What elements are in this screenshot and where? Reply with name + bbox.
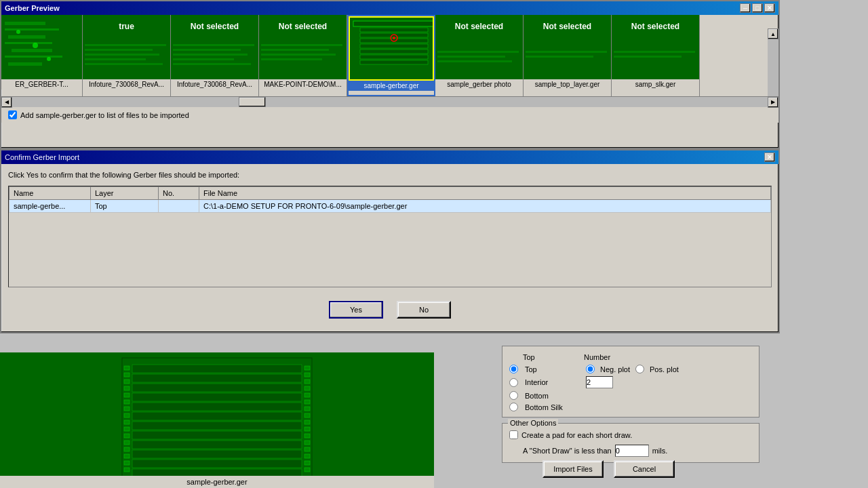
pcb-dots-7 (612, 47, 699, 80)
thumbnail-img-7: Not selected (612, 15, 699, 79)
layer-row-top: Top Neg. plot Pos. plot (509, 365, 752, 373)
thumbnail-img-2: Not selected (171, 15, 258, 79)
pcb-selected-circuit (350, 18, 433, 79)
svg-rect-36 (437, 56, 505, 58)
create-pad-checkbox[interactable] (509, 430, 518, 439)
svg-rect-30 (360, 49, 428, 54)
pcb-dots-3 (259, 41, 347, 79)
thumbnail-item-7[interactable]: Not selected samp_slk.ger (612, 15, 700, 96)
svg-rect-50 (132, 431, 302, 439)
add-to-import-label: Add sample-gerber.ger to list of files t… (20, 111, 189, 119)
preview-filename-text: sample-gerber.ger (186, 478, 247, 486)
svg-rect-31 (360, 55, 428, 59)
layer-interior-label: Interior (525, 378, 579, 386)
add-to-import-checkbox[interactable] (8, 110, 17, 119)
hscroll-right-button[interactable]: ▶ (768, 97, 778, 108)
layer-top-radio[interactable] (509, 365, 518, 373)
svg-rect-38 (526, 51, 607, 53)
thumbnail-item-3[interactable]: Not selected MAKE-POINT-DEMO\M... (259, 15, 347, 96)
other-options-title: Other Options (508, 419, 558, 427)
layer-row-interior: Interior (509, 376, 752, 388)
layer-bottom-label: Bottom (525, 392, 549, 400)
close-button[interactable]: ✕ (764, 3, 775, 13)
thumbnail-item-0[interactable]: ER_GERBER-T... (1, 15, 83, 96)
svg-rect-73 (304, 380, 310, 384)
thumbnail-label-7: samp_slk.ger (612, 79, 699, 89)
hscroll-track (12, 97, 768, 107)
large-preview-filename: sample-gerber.ger (0, 476, 434, 488)
interior-number-input[interactable] (586, 376, 613, 388)
svg-rect-43 (132, 365, 302, 373)
svg-rect-5 (5, 56, 62, 58)
vscroll-track (768, 39, 778, 96)
svg-rect-60 (124, 400, 130, 404)
pcb-circuit-0 (1, 15, 82, 79)
layer-col-number: Number (584, 353, 610, 361)
svg-rect-78 (304, 413, 310, 418)
short-draw-unit: mils. (652, 447, 668, 455)
svg-rect-26 (360, 28, 428, 32)
thumbnail-item-1[interactable]: true Infoture_730068_RevA... (83, 15, 171, 96)
short-draw-input[interactable] (615, 445, 649, 457)
layer-bottom-radio[interactable] (509, 391, 518, 400)
hscroll-left-button[interactable]: ◀ (1, 97, 12, 108)
import-files-button[interactable]: Import Files (542, 460, 604, 478)
restore-button[interactable]: □ (752, 3, 763, 13)
yes-button[interactable]: Yes (329, 301, 383, 319)
short-draw-label: A "Short Draw" is less than (523, 447, 612, 455)
neg-plot-label: Neg. plot (600, 365, 630, 373)
svg-rect-6 (8, 62, 42, 66)
neg-plot-radio[interactable] (586, 365, 595, 373)
minimize-button[interactable]: ─ (740, 3, 751, 13)
svg-rect-64 (124, 427, 130, 431)
neg-pos-options: Neg. plot Pos. plot (586, 365, 679, 373)
hscroll-thumb[interactable] (239, 97, 266, 107)
thumbnail-item-5[interactable]: Not selected sample_gerber photo (435, 15, 524, 96)
thumbnail-item-6[interactable]: Not selected sample_top_layer.ger (524, 15, 612, 96)
svg-rect-44 (132, 374, 302, 382)
layer-bottom-silk-radio[interactable] (509, 403, 518, 411)
other-options-panel: Other Options Create a pad for each shor… (502, 423, 760, 463)
svg-rect-23 (261, 58, 322, 60)
svg-rect-55 (124, 366, 130, 370)
short-draw-row: A "Short Draw" is less than mils. (509, 445, 752, 457)
table-row[interactable]: sample-gerbe... Top C:\1-a-DEMO SETUP FO… (9, 200, 771, 213)
svg-rect-58 (124, 386, 130, 390)
svg-rect-13 (85, 58, 146, 60)
svg-rect-22 (261, 54, 336, 56)
svg-rect-61 (124, 407, 130, 411)
svg-rect-63 (124, 420, 130, 424)
vscroll-up-button[interactable]: ▲ (768, 28, 778, 39)
thumbnail-item-4[interactable]: sample-gerber.ger (347, 15, 435, 96)
svg-rect-72 (304, 373, 310, 377)
thumbnail-item-2[interactable]: Not selected Infoture_730068_RevA... (171, 15, 259, 96)
bottom-action-buttons: Import Files Cancel (542, 460, 675, 478)
not-selected-text-6: Not selected (524, 18, 611, 35)
confirm-title: Confirm Gerber Import (5, 153, 79, 161)
svg-rect-59 (124, 393, 130, 397)
not-selected-text-1: true (83, 18, 170, 35)
no-button[interactable]: No (397, 301, 451, 319)
svg-point-9 (47, 57, 51, 61)
svg-rect-85 (304, 461, 310, 465)
cancel-button[interactable]: Cancel (614, 460, 675, 478)
svg-point-7 (16, 30, 20, 34)
svg-rect-74 (304, 386, 310, 390)
thumbnail-vscrollbar: ▲ ▼ (768, 28, 778, 96)
svg-rect-84 (304, 454, 310, 458)
gerber-preview-titlebar: Gerber Preview ─ □ ✕ (1, 1, 778, 15)
row-filename: C:\1-a-DEMO SETUP FOR PRONTO-6-09\sample… (199, 200, 771, 213)
svg-rect-76 (304, 400, 310, 404)
col-no: No. (159, 187, 199, 200)
layer-panel: Top Number Top Neg. plot Pos. plot Inter… (502, 346, 760, 418)
pos-plot-radio[interactable] (635, 365, 644, 373)
thumbnail-label-3: MAKE-POINT-DEMO\M... (259, 79, 347, 89)
confirm-close-button[interactable]: ✕ (764, 152, 775, 162)
svg-rect-1 (5, 28, 59, 30)
confirm-message: Click Yes to confirm that the following … (8, 171, 772, 179)
layer-interior-radio[interactable] (509, 378, 518, 387)
svg-rect-47 (132, 403, 302, 411)
row-layer: Top (91, 200, 159, 213)
col-name: Name (9, 187, 91, 200)
dialog-buttons: Yes No (8, 294, 772, 325)
